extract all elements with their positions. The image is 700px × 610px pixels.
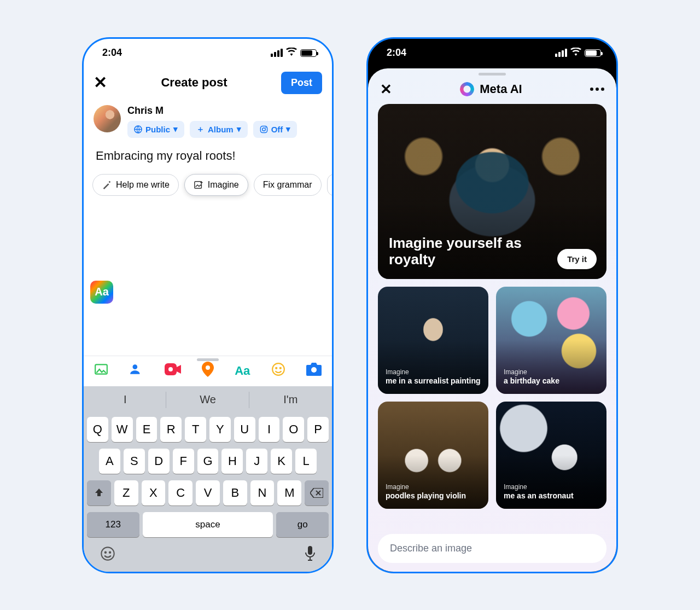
key[interactable]: P (307, 417, 329, 442)
media-row: Aa (84, 356, 332, 386)
key[interactable]: S (124, 449, 145, 474)
emoji-keyboard-icon[interactable] (100, 546, 115, 565)
key[interactable]: W (112, 417, 133, 442)
post-button[interactable]: Post (281, 72, 322, 94)
composer-text[interactable]: Embracing my royal roots! (84, 143, 332, 169)
typeahead-suggestion[interactable]: I (84, 386, 166, 414)
status-icons (555, 47, 601, 59)
meta-ai-logo-icon (460, 82, 474, 96)
avatar[interactable] (94, 105, 121, 132)
key[interactable]: A (99, 449, 120, 474)
key[interactable]: K (271, 449, 292, 474)
key[interactable]: D (148, 449, 170, 474)
key-row: A S D F G H J K L (84, 445, 332, 477)
svg-rect-16 (308, 546, 312, 555)
key[interactable]: H (221, 449, 243, 474)
key[interactable]: I (259, 417, 280, 442)
svg-point-15 (109, 551, 110, 553)
numeric-key[interactable]: 123 (87, 512, 139, 537)
text-styling-button[interactable]: Aa (90, 281, 113, 304)
drawer-handle[interactable] (197, 358, 219, 361)
key[interactable]: B (223, 480, 247, 506)
mic-icon[interactable] (305, 546, 316, 565)
go-key[interactable]: go (276, 512, 329, 537)
image-sparkle-icon (194, 180, 203, 190)
audience-chip[interactable]: Public ▾ (127, 121, 184, 138)
instagram-chip[interactable]: Off ▾ (253, 121, 298, 138)
imagine-tile-poodles[interactable]: Imaginepoodles playing violin (378, 402, 488, 509)
close-icon[interactable]: ✕ (380, 82, 392, 96)
help-write-pill[interactable]: Help me write (92, 174, 179, 196)
phone-meta-ai: 2:04 ✕ Meta AI Imagine yourself as royal… (366, 37, 618, 573)
clock: 2:04 (387, 47, 406, 59)
photo-icon[interactable] (94, 362, 108, 380)
svg-point-3 (265, 126, 266, 127)
key[interactable]: Y (209, 417, 231, 442)
more-pill[interactable]: I (327, 174, 332, 196)
key[interactable]: N (250, 480, 275, 506)
drawer-handle[interactable] (479, 73, 506, 75)
typeahead-suggestion[interactable]: We (166, 386, 249, 414)
svg-point-14 (105, 551, 106, 553)
key[interactable]: L (295, 449, 317, 474)
key[interactable]: C (168, 480, 192, 506)
backspace-key[interactable] (305, 480, 329, 506)
album-chip[interactable]: ＋ Album ▾ (190, 121, 248, 138)
author-name: Chris M (127, 105, 297, 117)
clock: 2:04 (102, 47, 122, 59)
page-title: Create post (161, 75, 227, 90)
key[interactable]: U (234, 417, 255, 442)
video-icon[interactable] (165, 363, 181, 379)
imagine-tile-birthday[interactable]: Imaginea birthday cake (496, 287, 606, 394)
imagine-pill[interactable]: Imagine (184, 174, 248, 196)
camera-icon[interactable] (306, 363, 322, 379)
status-icons (271, 47, 317, 59)
shift-key[interactable] (87, 480, 111, 506)
globe-icon (134, 125, 142, 133)
key-row: Z X C V B N M (84, 477, 332, 509)
key[interactable]: E (136, 417, 158, 442)
wifi-icon (286, 47, 297, 59)
key[interactable]: Q (87, 417, 108, 442)
plus-icon: ＋ (196, 124, 205, 135)
imagine-tile-astronaut[interactable]: Imagineme as an astronaut (496, 402, 606, 509)
hero-card[interactable]: Imagine yourself as royalty Try it (378, 104, 606, 279)
key[interactable]: Z (114, 480, 138, 506)
space-key[interactable]: space (143, 512, 273, 537)
svg-point-2 (262, 127, 265, 131)
ai-suggestion-row: Help me write Imagine Fix grammar I (84, 169, 332, 201)
chevron-down-icon: ▾ (286, 124, 290, 134)
key[interactable]: J (246, 449, 267, 474)
fix-grammar-pill[interactable]: Fix grammar (254, 174, 322, 196)
tag-people-icon[interactable] (129, 362, 143, 380)
key-row: Q W E R T Y U I O P (84, 414, 332, 445)
location-icon[interactable] (202, 362, 214, 380)
more-icon[interactable] (590, 88, 604, 91)
feeling-icon[interactable] (271, 362, 285, 380)
key[interactable]: X (142, 480, 166, 506)
key[interactable]: F (173, 449, 194, 474)
imagine-tile-surrealist[interactable]: Imagineme in a surrealist painting (378, 287, 488, 394)
battery-icon (585, 49, 601, 57)
svg-point-9 (272, 363, 284, 375)
try-it-button[interactable]: Try it (557, 249, 597, 269)
signal-icon (555, 49, 567, 57)
key[interactable]: G (197, 449, 219, 474)
wand-icon (102, 180, 112, 190)
key[interactable]: O (283, 417, 304, 442)
status-bar: 2:04 (368, 39, 616, 67)
key[interactable]: R (160, 417, 182, 442)
key[interactable]: M (277, 480, 301, 506)
typeahead-suggestion[interactable]: I'm (249, 386, 332, 414)
status-bar: 2:04 (84, 39, 332, 67)
text-format-icon[interactable]: Aa (235, 364, 250, 378)
svg-point-8 (168, 367, 173, 371)
close-icon[interactable]: ✕ (94, 74, 107, 91)
key[interactable]: T (185, 417, 206, 442)
prompt-input[interactable]: Describe an image (378, 534, 606, 563)
instagram-icon (260, 125, 268, 133)
key[interactable]: V (196, 480, 220, 506)
composer-header: ✕ Create post Post (84, 67, 332, 102)
typeahead-row: I We I'm (84, 386, 332, 414)
chevron-down-icon: ▾ (237, 124, 241, 134)
